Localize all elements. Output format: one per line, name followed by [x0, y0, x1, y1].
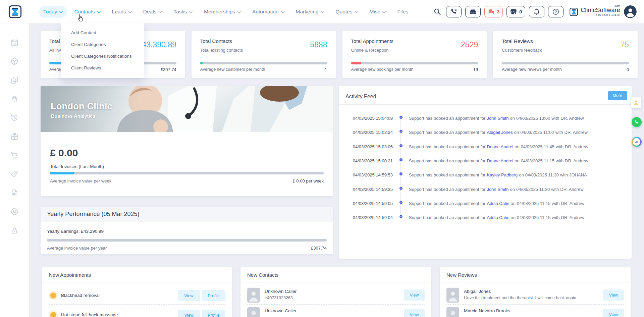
phone-button[interactable]: [446, 6, 462, 17]
activity-contact-link[interactable]: John Smith: [487, 187, 508, 192]
nav-item-label: Leads: [112, 9, 126, 15]
activity-on: on: [511, 215, 516, 220]
activity-contact-link[interactable]: Deane Andrel: [487, 158, 513, 163]
activity-contact-link[interactable]: Addia Catie: [487, 215, 509, 220]
activity-on: on: [515, 144, 519, 149]
main-nav: TodayContactsLeadsDealsTasksMembershipsA…: [39, 0, 413, 23]
timeline-dot-icon: [399, 172, 402, 175]
activity-staff: DR. Andrew: [565, 158, 588, 163]
store-button[interactable]: 0: [506, 6, 525, 17]
nav-item-quotes[interactable]: Quotes: [331, 6, 363, 18]
profile-button[interactable]: Profile: [202, 290, 225, 301]
timeline-dot-icon: [399, 201, 402, 204]
invoice-progress-fill: [50, 172, 74, 174]
nav-item-contacts[interactable]: Contacts: [70, 6, 105, 18]
profile-button[interactable]: Profile: [202, 310, 225, 317]
yearly-footer-label: Average invoice value per year: [47, 246, 107, 251]
dropdown-item-client-categories-notifications[interactable]: Client Categories Notifications: [61, 50, 144, 62]
svg-text:$: $: [14, 173, 15, 175]
divider: [440, 282, 631, 282]
activity-text: Support has booked an appointment forAdd…: [409, 215, 629, 220]
chat-button[interactable]: 3: [484, 6, 503, 17]
nav-item-label: Automation: [252, 9, 278, 15]
dropdown-item-add-contact[interactable]: Add Contact: [61, 27, 144, 39]
report-icon[interactable]: [10, 189, 19, 197]
contact-row: Unknown CallerView: [240, 306, 431, 317]
brand-logo[interactable]: ClinicSoftware .com TEN STEPS AHEAD: [569, 7, 620, 16]
chevron-down-icon: [237, 11, 241, 13]
activity-contact-link[interactable]: John Smith: [487, 116, 508, 121]
activity-on: on: [511, 201, 516, 206]
activity-date: 04/03/2025 11:15: [521, 158, 554, 163]
help-button[interactable]: ?: [548, 6, 564, 17]
activity-timestamp: 04/03/2025 14:59:04: [339, 215, 393, 220]
yearly-progress-bar: [47, 239, 327, 242]
nav-item-memberships[interactable]: Memberships: [200, 6, 245, 18]
history-icon[interactable]: [10, 113, 19, 122]
status-dot-icon: [50, 293, 56, 299]
nav-item-deals[interactable]: Deals: [139, 6, 167, 18]
invoice-progress-bar: [50, 172, 324, 174]
nav-item-files[interactable]: Files: [393, 6, 413, 18]
appointment-name: Blackhead removal: [61, 293, 100, 298]
lock-icon[interactable]: [10, 226, 19, 235]
ai-float-button[interactable]: AI: [632, 137, 642, 147]
view-button[interactable]: View: [603, 309, 624, 317]
activity-date: 04/03/2025 11:15: [517, 215, 550, 220]
dropdown-item-client-reviews[interactable]: Client Reviews: [61, 62, 144, 74]
basket-float-button[interactable]: [631, 97, 641, 108]
activity-contact-link[interactable]: Deane Andrel: [487, 144, 513, 149]
nav-item-today[interactable]: Today: [39, 6, 67, 18]
nav-item-tasks[interactable]: Tasks: [169, 6, 197, 18]
stat-progress-bar: [351, 62, 478, 64]
app-logo-icon[interactable]: [8, 5, 22, 19]
nav-item-misc[interactable]: Misc: [365, 6, 390, 18]
nav-item-automation[interactable]: Automation: [248, 6, 288, 18]
svg-text:?: ?: [555, 10, 557, 14]
contact-avatar: [247, 307, 260, 317]
stat-footer: Average new customers per month1: [200, 67, 327, 72]
activity-text: Support has booked an appointment forDea…: [409, 144, 629, 149]
dropdown-item-client-categories[interactable]: Client Categories: [61, 39, 144, 50]
nav-item-label: Contacts: [74, 9, 95, 15]
activity-date: 04/03/2025 13:00: [516, 116, 550, 121]
activity-text: Support has booked an appointment forDea…: [409, 158, 629, 163]
activity-with: with: [551, 116, 559, 121]
bag-icon[interactable]: [10, 95, 19, 103]
activity-on: on: [510, 116, 515, 121]
calendar-icon[interactable]: 12: [10, 38, 19, 47]
stat-card-total-reviews: Total ReviewsCustomers feedback75Average…: [493, 31, 638, 78]
notifications-button[interactable]: [529, 6, 544, 17]
inbox-button[interactable]: [465, 6, 481, 17]
view-button[interactable]: View: [178, 290, 200, 301]
new-appointments-panel: New Appointments Blackhead removalViewPr…: [42, 267, 232, 317]
user-avatar[interactable]: [624, 5, 637, 18]
activity-more-button[interactable]: More: [608, 91, 627, 100]
price-tag-icon[interactable]: $: [10, 170, 19, 178]
activity-contact-link[interactable]: Addia Catie: [487, 201, 509, 206]
nav-item-leads[interactable]: Leads: [108, 6, 136, 18]
activity-with: with: [560, 172, 568, 177]
view-button[interactable]: View: [404, 309, 425, 317]
search-icon[interactable]: [432, 7, 442, 17]
stat-footer-label: Average new bookings per month: [351, 67, 414, 72]
reviewer-avatar: [446, 307, 459, 317]
cube-icon[interactable]: [10, 57, 19, 66]
dashed-divider: [247, 304, 425, 305]
activity-contact-link[interactable]: Kayley Padberg: [487, 172, 518, 177]
copy-icon[interactable]: [10, 76, 19, 85]
call-float-button[interactable]: [632, 117, 642, 127]
nav-item-marketing[interactable]: Marketing: [291, 6, 329, 18]
view-button[interactable]: View: [404, 289, 425, 301]
gift-icon[interactable]: [10, 132, 19, 141]
chevron-down-icon: [355, 11, 358, 13]
cart-icon[interactable]: [10, 151, 19, 160]
view-button[interactable]: View: [603, 289, 624, 301]
view-button[interactable]: View: [178, 310, 200, 317]
activity-timestamp: 04/03/2025 15:03:24: [339, 129, 393, 135]
activity-prefix: Support has booked an appointment for: [409, 172, 485, 177]
account-icon[interactable]: [10, 207, 19, 216]
brand-tagline: TEN STEPS AHEAD: [581, 14, 620, 16]
activity-contact-link[interactable]: Abigail Jones: [487, 130, 513, 135]
review-row: Abigail JonesI love this treatment and t…: [440, 287, 631, 303]
